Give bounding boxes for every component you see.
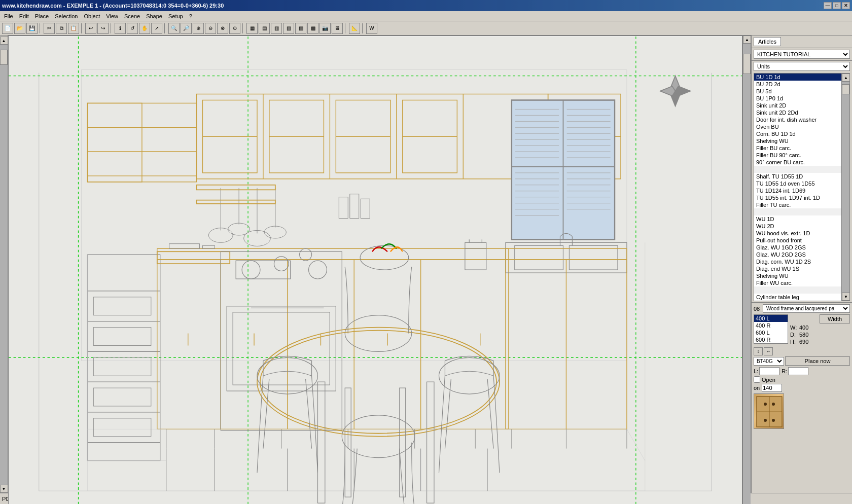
list-item-24[interactable]: Glaz. WU 1GD 2GS bbox=[754, 244, 841, 251]
list-item-27[interactable]: Diag. end WU 1S bbox=[754, 265, 841, 272]
toolbar-cam[interactable]: 📷 bbox=[320, 23, 331, 34]
list-item-11[interactable]: Filler BU 90° carc. bbox=[754, 152, 841, 159]
menu-selection[interactable]: Selection bbox=[52, 12, 81, 20]
open-checkbox[interactable] bbox=[754, 376, 760, 383]
list-item-4[interactable]: Sink unit 2D bbox=[754, 102, 841, 109]
toolbar-zoom-in[interactable]: 🔎 bbox=[181, 23, 192, 34]
list-scroll-down[interactable]: ▼ bbox=[842, 293, 850, 301]
toolbar-zoom1[interactable]: ⊕ bbox=[193, 23, 204, 34]
icon-btn-2[interactable]: ↔ bbox=[764, 347, 773, 355]
list-scroll-up[interactable]: ▲ bbox=[842, 74, 850, 82]
size-item-400r[interactable]: 400 R bbox=[754, 322, 788, 329]
toolbar-view4[interactable]: ▧ bbox=[283, 23, 294, 34]
material-select[interactable]: Wood frame and lacquered pa bbox=[763, 304, 850, 313]
toolbar-info[interactable]: ℹ bbox=[115, 23, 126, 34]
list-item-9[interactable]: Shelving WU bbox=[754, 137, 841, 145]
close-button[interactable]: ✕ bbox=[842, 2, 850, 9]
l-input[interactable] bbox=[759, 367, 779, 375]
category-select[interactable]: KITCHEN TUTORIAL bbox=[754, 50, 850, 59]
list-item-3[interactable]: BU 1P0 1d bbox=[754, 95, 841, 102]
toolbar-zoom3[interactable]: ⊗ bbox=[217, 23, 228, 34]
toolbar-pan[interactable]: ✋ bbox=[139, 23, 150, 34]
list-item-14[interactable]: Shalf. TU 1D55 1D bbox=[754, 173, 841, 180]
icon-btn-1[interactable]: ↕ bbox=[754, 347, 763, 355]
toolbar-new[interactable]: 📄 bbox=[2, 23, 13, 34]
list-item-20[interactable]: WU 1D bbox=[754, 215, 841, 223]
list-item-10[interactable]: Filler BU carc. bbox=[754, 145, 841, 152]
toolbar-view3[interactable]: ▥ bbox=[271, 23, 282, 34]
list-item-7[interactable]: Oven BU bbox=[754, 123, 841, 130]
toolbar-w1[interactable]: W bbox=[366, 23, 377, 34]
list-item-23[interactable]: Pull-out hood front bbox=[754, 237, 841, 244]
finish-select[interactable]: BT40G bbox=[754, 357, 784, 366]
menu-file[interactable]: File bbox=[1, 12, 16, 20]
toolbar-save[interactable]: 💾 bbox=[26, 23, 38, 34]
place-now-button[interactable]: Place now bbox=[785, 356, 850, 366]
toolbar-copy[interactable]: ⧉ bbox=[56, 23, 67, 34]
size-item-400l[interactable]: 400 L bbox=[754, 315, 788, 322]
toolbar-zoom2[interactable]: ⊖ bbox=[205, 23, 216, 34]
scroll-up-arrow[interactable]: ▲ bbox=[743, 35, 751, 44]
on-input[interactable] bbox=[762, 384, 782, 392]
list-item-26[interactable]: Diag. corn. WU 1D 2S bbox=[754, 258, 841, 265]
list-item-29[interactable]: Filler WU carc. bbox=[754, 279, 841, 286]
toolbar-arrow[interactable]: ↗ bbox=[151, 23, 162, 34]
menu-object[interactable]: Object bbox=[81, 12, 103, 20]
toolbar-view1[interactable]: ▦ bbox=[246, 23, 258, 34]
toolbar-measure[interactable]: 📐 bbox=[349, 23, 360, 34]
articles-tab[interactable]: Articles bbox=[754, 37, 781, 46]
toolbar-paste[interactable]: 📋 bbox=[68, 23, 79, 34]
scroll-thumb[interactable] bbox=[743, 54, 751, 74]
list-item-15[interactable]: TU 1D55 1d oven 1D55 bbox=[754, 180, 841, 187]
r-input[interactable] bbox=[788, 367, 808, 375]
list-item-16[interactable]: TU 1D124 int. 1D69 bbox=[754, 187, 841, 194]
size-item-600l[interactable]: 600 L bbox=[754, 329, 788, 336]
list-item-17[interactable]: TU 1D55 int. 1D97 int. 1D bbox=[754, 194, 841, 201]
menu-view[interactable]: View bbox=[103, 12, 121, 20]
list-scroll-thumb[interactable] bbox=[842, 84, 849, 94]
units-select[interactable]: Units bbox=[754, 62, 850, 71]
toolbar-cut[interactable]: ✂ bbox=[44, 23, 55, 34]
list-item-22[interactable]: WU hood vis. extr. 1D bbox=[754, 230, 841, 237]
toolbar-undo[interactable]: ↩ bbox=[85, 23, 96, 34]
list-item-0[interactable]: BU 1D 1d bbox=[754, 74, 841, 81]
menu-shape[interactable]: Shape bbox=[143, 12, 165, 20]
list-item-2[interactable]: BU 5d bbox=[754, 88, 841, 95]
canvas-area[interactable] bbox=[8, 35, 742, 504]
list-item-31[interactable]: Cylinder table leg bbox=[754, 294, 841, 301]
scroll-track[interactable] bbox=[743, 44, 751, 504]
list-item-12[interactable]: 90° corner BU carc. bbox=[754, 159, 841, 166]
list-item-18[interactable]: Filler TU carc. bbox=[754, 201, 841, 208]
menu-setup[interactable]: Setup bbox=[165, 12, 186, 20]
menu-place[interactable]: Place bbox=[32, 12, 52, 20]
menu-scene[interactable]: Scene bbox=[121, 12, 143, 20]
list-item-5[interactable]: Sink unit 2D 2Dd bbox=[754, 109, 841, 116]
list-item-28[interactable]: Shelving WU bbox=[754, 272, 841, 279]
width-button[interactable]: Width bbox=[820, 314, 850, 323]
articles-header: Articles bbox=[752, 35, 852, 48]
list-scroll-track[interactable] bbox=[842, 82, 849, 293]
list-item-8[interactable]: Corn. BU 1D 1d bbox=[754, 130, 841, 137]
minimize-button[interactable]: — bbox=[824, 2, 832, 9]
toolbar-render[interactable]: 🖥 bbox=[332, 23, 343, 34]
list-item-21[interactable]: WU 2D bbox=[754, 223, 841, 230]
list-item-25[interactable]: Glaz. WU 2GD 2GS bbox=[754, 251, 841, 258]
toolbar-view6[interactable]: ▩ bbox=[307, 23, 318, 34]
list-item-6[interactable]: Door for int. dish washer bbox=[754, 116, 841, 123]
toolbar-redo[interactable]: ↪ bbox=[97, 23, 109, 34]
toolbar-view2[interactable]: ▤ bbox=[259, 23, 270, 34]
canvas-vertical-scrollbar[interactable]: ▲ ▼ bbox=[742, 35, 751, 504]
toolbar-zoom4[interactable]: ⊙ bbox=[229, 23, 240, 34]
maximize-button[interactable]: □ bbox=[833, 2, 841, 9]
list-scrollbar[interactable]: ▲ ▼ bbox=[841, 74, 849, 301]
left-nav-up[interactable]: ▲ bbox=[0, 37, 8, 45]
menu-edit[interactable]: Edit bbox=[16, 12, 32, 20]
toolbar-orbit[interactable]: ↺ bbox=[127, 23, 138, 34]
left-nav-down[interactable]: ▼ bbox=[0, 485, 8, 493]
toolbar-zoom-out[interactable]: 🔍 bbox=[168, 23, 180, 34]
list-item-1[interactable]: BU 2D 2d bbox=[754, 81, 841, 88]
size-item-600r[interactable]: 600 R bbox=[754, 336, 788, 343]
menu-?[interactable]: ? bbox=[186, 12, 195, 20]
toolbar-view5[interactable]: ▨ bbox=[295, 23, 306, 34]
toolbar-open[interactable]: 📂 bbox=[14, 23, 25, 34]
